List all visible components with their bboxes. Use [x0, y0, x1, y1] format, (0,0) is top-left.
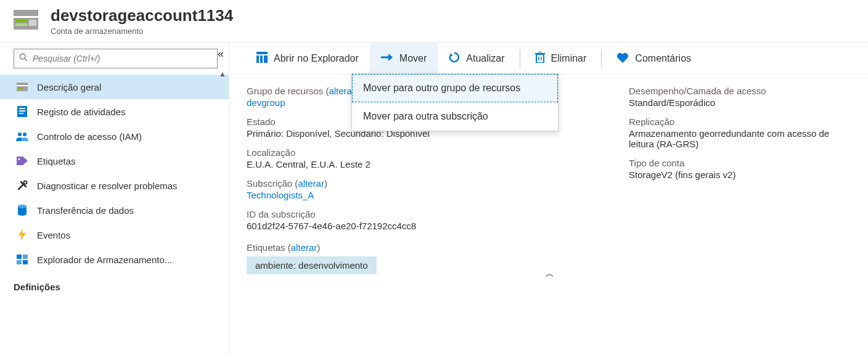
- sidebar-item-storage-explorer[interactable]: Explorador de Armazenamento...: [0, 247, 229, 272]
- wrench-icon: [16, 179, 28, 192]
- storage-account-icon: [14, 10, 38, 30]
- page-header: devstorageaccount1134 Conta de armazenam…: [0, 0, 868, 43]
- database-icon: [16, 204, 28, 216]
- svg-rect-9: [18, 88, 23, 89]
- svg-rect-21: [23, 255, 28, 259]
- sidebar-item-data-transfer[interactable]: Transferência de dados: [0, 198, 229, 222]
- sidebar-item-overview[interactable]: Descrição geral: [0, 75, 229, 99]
- sidebar-item-label: Registo de atividades: [37, 107, 125, 117]
- grid-icon: [256, 52, 268, 65]
- sidebar-item-label: Etiquetas: [37, 156, 76, 166]
- feedback-button[interactable]: Comentários: [605, 43, 702, 75]
- svg-line-6: [25, 59, 27, 61]
- svg-point-5: [20, 54, 25, 60]
- svg-point-14: [18, 133, 22, 136]
- refresh-button[interactable]: Atualizar: [438, 43, 515, 75]
- svg-rect-27: [264, 55, 268, 63]
- explorer-icon: [16, 253, 28, 266]
- main-pane: Abrir no Explorador Mover Atualizar Elim…: [229, 43, 868, 355]
- svg-rect-24: [256, 52, 268, 54]
- toolbar: Abrir no Explorador Mover Atualizar Elim…: [229, 43, 868, 75]
- sidebar-item-label: Explorador de Armazenamento...: [37, 255, 172, 265]
- svg-rect-25: [256, 55, 259, 63]
- search-icon: [19, 53, 28, 64]
- svg-rect-26: [260, 55, 263, 63]
- log-icon: [16, 105, 28, 118]
- page-title: devstorageaccount1134: [51, 6, 233, 25]
- search-box[interactable]: [14, 49, 218, 68]
- svg-rect-23: [23, 260, 28, 264]
- repl-label: Replicação: [629, 116, 851, 127]
- tags-label: Etiquetas (alterar): [247, 242, 320, 253]
- svg-rect-13: [19, 113, 23, 114]
- subid-label: ID da subscrição: [247, 209, 579, 219]
- sidebar-item-diagnose[interactable]: Diagnosticar e resolver problemas: [0, 173, 229, 198]
- svg-point-16: [18, 158, 20, 160]
- sidebar-item-tags[interactable]: Etiquetas: [0, 149, 229, 173]
- trash-icon: [535, 52, 545, 65]
- svg-point-17: [24, 181, 27, 184]
- move-dropdown: Mover para outro grupo de recursos Mover…: [351, 73, 559, 131]
- type-value: StorageV2 (fins gerais v2): [629, 169, 851, 180]
- svg-rect-20: [17, 255, 22, 259]
- svg-rect-8: [17, 85, 28, 86]
- storage-icon: [16, 81, 28, 93]
- tag-chip[interactable]: ambiente: desenvolvimento: [247, 256, 377, 274]
- sidebar-section-settings: Definições: [0, 272, 229, 297]
- rg-value-link[interactable]: devgroup: [247, 97, 285, 108]
- svg-rect-2: [15, 20, 28, 22]
- tags-change-link[interactable]: alterar: [291, 242, 317, 253]
- svg-rect-12: [19, 110, 25, 112]
- svg-point-19: [18, 205, 27, 208]
- svg-point-15: [23, 133, 27, 136]
- sidebar-item-label: Eventos: [37, 230, 70, 240]
- repl-value: Armazenamento georredundante com acesso …: [629, 128, 851, 149]
- toolbar-separator: [520, 50, 520, 67]
- sidebar-item-activity-log[interactable]: Registo de atividades: [0, 99, 229, 124]
- move-to-sub-item[interactable]: Mover para outra subscrição: [352, 102, 558, 131]
- arrow-right-icon: [381, 53, 393, 64]
- content-area: Grupo de recursos (alterar) devgroup Est…: [229, 75, 868, 283]
- collapse-sidebar-button[interactable]: «: [218, 47, 224, 60]
- svg-rect-22: [17, 260, 22, 264]
- sidebar-item-label: Controlo de acesso (IAM): [37, 131, 142, 142]
- svg-rect-3: [15, 23, 28, 26]
- subid-value: 601d2f24-5767-4e46-ae20-f72192cc4cc8: [247, 221, 579, 231]
- collapse-essentials-button[interactable]: ︽: [546, 268, 552, 279]
- page-subtitle: Conta de armazenamento: [51, 27, 233, 36]
- sidebar-item-iam[interactable]: Controlo de acesso (IAM): [0, 124, 229, 149]
- sub-value-link[interactable]: Technologists_A: [247, 190, 314, 200]
- tag-icon: [16, 155, 28, 167]
- search-input[interactable]: [33, 54, 212, 63]
- open-explorer-button[interactable]: Abrir no Explorador: [245, 43, 370, 75]
- lightning-icon: [16, 229, 28, 241]
- move-button[interactable]: Mover: [370, 43, 438, 75]
- sidebar: « ▲ Descrição geral Registo de atividade…: [0, 43, 229, 355]
- perf-value: Standard/Esporádico: [629, 97, 851, 108]
- move-to-rg-item[interactable]: Mover para outro grupo de recursos: [352, 74, 558, 102]
- location-value: E.U.A. Central, E.U.A. Leste 2: [247, 159, 579, 169]
- sub-change-link[interactable]: alterar: [298, 178, 324, 189]
- heart-icon: [616, 52, 629, 65]
- type-label: Tipo de conta: [629, 158, 851, 168]
- svg-rect-1: [14, 16, 38, 18]
- sidebar-item-label: Diagnosticar e resolver problemas: [37, 181, 178, 191]
- delete-button[interactable]: Eliminar: [524, 43, 598, 75]
- scroll-up-icon[interactable]: ▲: [218, 70, 227, 80]
- sidebar-item-label: Descrição geral: [37, 82, 101, 92]
- refresh-icon: [449, 52, 460, 65]
- people-icon: [16, 130, 28, 142]
- sidebar-nav: Descrição geral Registo de atividades Co…: [0, 75, 229, 297]
- svg-rect-4: [29, 20, 36, 26]
- sidebar-item-label: Transferência de dados: [37, 205, 134, 216]
- svg-rect-29: [536, 54, 544, 63]
- location-label: Localização: [247, 147, 579, 158]
- rg-label: Grupo de recursos (alterar): [247, 86, 358, 96]
- svg-rect-7: [17, 83, 28, 91]
- toolbar-separator: [601, 50, 602, 67]
- svg-rect-11: [19, 108, 25, 109]
- sub-label: Subscrição (alterar): [247, 178, 327, 189]
- perf-label: Desempenho/Camada de acesso: [629, 86, 851, 96]
- sidebar-item-events[interactable]: Eventos: [0, 222, 229, 247]
